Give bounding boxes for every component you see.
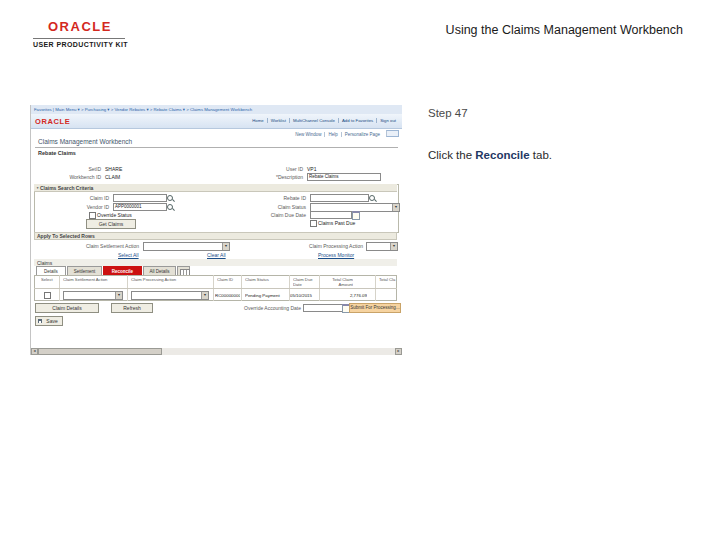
home-link[interactable]: Home — [249, 118, 266, 123]
process-monitor-link[interactable]: Process Monitor — [318, 252, 354, 258]
help-link[interactable]: Help — [324, 132, 340, 137]
vendor-id-lookup-icon[interactable] — [167, 204, 173, 210]
row-total-amount: 2,776.09 — [327, 293, 367, 298]
claim-id-label: Claim ID — [61, 195, 109, 201]
instruction-prefix: Click the — [428, 149, 475, 161]
dropdown-arrow-icon: ▼ — [390, 243, 397, 250]
upk-product-label: USER PRODUCTIVITY KIT — [33, 41, 128, 48]
clear-all-link[interactable]: Clear All — [207, 252, 226, 258]
page-subtitle: Rebate Claims — [38, 150, 76, 156]
instruction-suffix: tab. — [530, 149, 552, 161]
due-date-calendar-icon[interactable] — [352, 211, 360, 220]
new-window-link[interactable]: New Window — [292, 132, 324, 137]
setid-value: SHARE — [105, 166, 122, 172]
setid-label: SetID — [51, 166, 101, 172]
dropdown-arrow-icon: ▼ — [201, 292, 208, 299]
col-total-truncated: Total Cla — [379, 277, 396, 282]
col-select: Select — [41, 277, 59, 282]
override-accounting-date-input[interactable] — [303, 304, 343, 312]
override-accounting-date-label: Override Accounting Date — [244, 305, 301, 311]
vendor-id-input[interactable]: APP0000001 — [113, 203, 167, 211]
claim-status-label: Claim Status — [226, 204, 306, 210]
upk-slide: ORACLE USER PRODUCTIVITY KIT Using the C… — [0, 0, 720, 540]
col-claim-id: Claim ID — [217, 277, 239, 282]
oracle-banner-logo: ORACLE — [35, 117, 70, 126]
step-label: Step 47 — [428, 107, 468, 119]
oracle-logo: ORACLE — [48, 19, 112, 34]
claim-details-button[interactable]: Claim Details — [35, 303, 99, 313]
http-icon[interactable] — [386, 130, 399, 137]
tab-show-all-columns[interactable] — [177, 266, 190, 275]
claims-past-due-label: Claims Past Due — [318, 220, 355, 226]
processing-action-select[interactable]: ▼ — [366, 242, 398, 251]
row-select-checkbox[interactable] — [44, 292, 51, 299]
settlement-action-label: Claim Settlement Action — [71, 243, 139, 249]
logo-divider — [33, 38, 125, 39]
save-button-label: Save — [40, 318, 57, 324]
col-processing-action: Claim Processing Action — [131, 277, 201, 282]
workbench-id-value: CLAIM — [105, 174, 120, 180]
slide-title: Using the Claims Management Workbench — [446, 23, 683, 37]
col-total-amount: Total Claim Amount — [323, 277, 353, 287]
sign-out-link[interactable]: Sign out — [376, 118, 399, 123]
claim-due-date-input[interactable] — [310, 211, 352, 219]
user-id-value: VP1 — [307, 166, 316, 172]
search-criteria-title: Claims Search Criteria — [40, 185, 93, 191]
refresh-button[interactable]: Refresh — [111, 303, 153, 313]
dropdown-arrow-icon: ▼ — [115, 292, 122, 299]
claim-due-date-label: Claim Due Date — [226, 212, 306, 218]
collapse-arrow-icon[interactable]: ▼ — [36, 186, 39, 190]
vendor-id-label: Vendor ID — [61, 204, 109, 210]
claim-id-input[interactable] — [113, 194, 167, 202]
rebate-id-lookup-icon[interactable] — [369, 195, 375, 201]
tab-settlement[interactable]: Settlement — [67, 266, 102, 275]
scroll-right-icon[interactable]: ► — [395, 348, 402, 355]
multichannel-console-link[interactable]: MultiChannel Console — [289, 118, 338, 123]
worklist-link[interactable]: Worklist — [267, 118, 289, 123]
dropdown-arrow-icon: ▼ — [222, 243, 229, 250]
utility-links: New WindowHelpPersonalize Page — [292, 130, 399, 137]
override-status-label: Override Status — [97, 212, 132, 218]
global-links: HomeWorklistMultiChannel ConsoleAdd to F… — [249, 118, 399, 123]
rebate-id-input[interactable] — [310, 194, 369, 202]
claims-section-bar — [34, 259, 397, 266]
workbench-id-label: Workbench ID — [51, 174, 101, 180]
horizontal-scrollbar[interactable]: ◄ ► — [31, 348, 402, 355]
add-to-favorites-link[interactable]: Add to Favorites — [338, 118, 376, 123]
title-rule — [35, 147, 398, 148]
col-settlement-action: Claim Settlement Action — [63, 277, 121, 282]
get-claims-button[interactable]: Get Claims — [86, 219, 136, 229]
col-due-date: Claim Due Date — [293, 277, 317, 287]
dropdown-arrow-icon: ▼ — [392, 204, 399, 211]
select-all-link[interactable]: Select All — [118, 252, 139, 258]
user-id-label: User ID — [221, 166, 303, 172]
instruction-highlight: Reconcile — [475, 149, 529, 161]
apply-section-title: Apply To Selected Rows — [37, 233, 95, 239]
row-processing-action-select[interactable]: ▼ — [131, 291, 209, 300]
tab-reconcile[interactable]: Reconcile — [103, 266, 142, 275]
claims-past-due-checkbox[interactable] — [310, 220, 317, 227]
breadcrumb[interactable]: Favorites | Main Menu ▾ > Purchasing ▾ >… — [34, 107, 252, 112]
application-screenshot: Favorites | Main Menu ▾ > Purchasing ▾ >… — [30, 105, 402, 355]
save-disk-icon — [38, 319, 42, 323]
claim-id-lookup-icon[interactable] — [167, 195, 173, 201]
grid-row-divider — [34, 288, 397, 289]
submit-for-processing-button[interactable]: Submit For Processing... — [349, 303, 401, 313]
row-due-date: 05/10/2015 — [290, 293, 318, 298]
description-label: *Description — [221, 174, 303, 180]
settlement-action-select[interactable]: ▼ — [143, 242, 230, 251]
tab-details[interactable]: Details — [36, 266, 66, 275]
description-input[interactable]: Rebate Claims — [307, 173, 381, 181]
processing-action-label: Claim Processing Action — [303, 243, 363, 249]
row-claim-id: RC0000000000005 — [215, 293, 240, 298]
personalize-page-link[interactable]: Personalize Page — [341, 132, 383, 137]
instruction-text: Click the Reconcile tab. — [428, 149, 552, 161]
row-settlement-action-select[interactable]: ▼ — [63, 291, 123, 300]
col-claim-status: Claim Status — [245, 277, 285, 282]
override-status-checkbox[interactable] — [89, 212, 96, 219]
tab-all-details[interactable]: All Details — [143, 266, 176, 275]
scrollbar-thumb[interactable] — [38, 348, 162, 355]
save-button[interactable]: Save — [35, 316, 63, 326]
scroll-left-icon[interactable]: ◄ — [31, 348, 38, 355]
page-title: Claims Management Workbench — [38, 138, 132, 145]
